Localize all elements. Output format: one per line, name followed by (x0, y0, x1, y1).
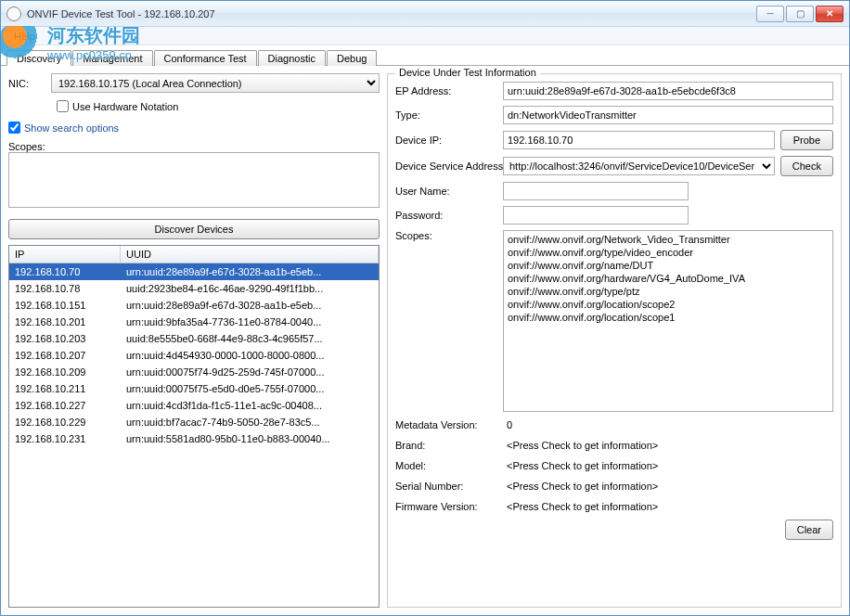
service-addr-select[interactable]: http://localhost:3246/onvif/ServiceDevic… (503, 157, 775, 175)
password-field[interactable] (503, 206, 689, 225)
scopes-label-right: Scopes: (395, 230, 497, 241)
cell-uuid: urn:uuid:9bfa35a4-7736-11e0-8784-0040... (121, 314, 379, 330)
metadata-label: Metadata Version: (395, 419, 497, 430)
tab-conformance[interactable]: Conformance Test (154, 50, 257, 66)
device-table: IP UUID 192.168.10.70urn:uuid:28e89a9f-e… (8, 245, 380, 608)
clear-button[interactable]: Clear (785, 520, 833, 540)
col-uuid[interactable]: UUID (121, 246, 379, 263)
cell-ip: 192.168.10.78 (9, 280, 121, 297)
table-row[interactable]: 192.168.10.209urn:uuid:00075f74-9d25-259… (9, 364, 379, 380)
table-row[interactable]: 192.168.10.229urn:uuid:bf7acac7-74b9-505… (9, 414, 379, 430)
device-info-fieldset: Device Under Test Information EP Address… (387, 73, 842, 608)
cell-ip: 192.168.10.151 (9, 297, 121, 314)
close-button[interactable]: ✕ (816, 6, 844, 22)
cell-uuid: urn:uuid:28e89a9f-e67d-3028-aa1b-e5eb... (121, 297, 379, 314)
cell-ip: 192.168.10.203 (9, 330, 121, 347)
device-info-panel: Device Under Test Information EP Address… (387, 73, 842, 608)
use-hardware-label: Use Hardware Notation (72, 101, 178, 112)
cell-uuid: uuid:8e555be0-668f-44e9-88c3-4c965f57... (121, 330, 379, 347)
cell-ip: 192.168.10.201 (9, 314, 121, 330)
discover-devices-button[interactable]: Discover Devices (8, 219, 380, 239)
tab-debug[interactable]: Debug (327, 50, 377, 66)
table-row[interactable]: 192.168.10.207urn:uuid:4d454930-0000-100… (9, 347, 379, 364)
cell-uuid: urn:uuid:00075f75-e5d0-d0e5-755f-07000..… (121, 380, 379, 397)
table-row[interactable]: 192.168.10.78uuid:2923be84-e16c-46ae-929… (9, 280, 379, 297)
tab-strip: Discovery Management Conformance Test Di… (1, 47, 849, 66)
cell-ip: 192.168.10.227 (9, 397, 121, 414)
username-field[interactable] (503, 182, 689, 200)
titlebar: ONVIF Device Test Tool - 192.168.10.207 … (1, 1, 849, 27)
cell-uuid: urn:uuid:4cd3f1da-f1c5-11e1-ac9c-00408..… (121, 397, 379, 414)
brand-value: <Press Check to get information> (503, 438, 833, 453)
metadata-value: 0 (503, 417, 833, 432)
ep-label: EP Address: (395, 85, 497, 96)
table-row[interactable]: 192.168.10.227urn:uuid:4cd3f1da-f1c5-11e… (9, 397, 379, 414)
tab-discovery[interactable]: Discovery (6, 50, 71, 66)
cell-ip: 192.168.10.211 (9, 380, 121, 397)
col-ip[interactable]: IP (9, 246, 121, 263)
cell-uuid: urn:uuid:28e89a9f-e67d-3028-aa1b-e5eb... (121, 263, 379, 280)
table-row[interactable]: 192.168.10.231urn:uuid:5581ad80-95b0-11e… (9, 430, 379, 447)
cell-ip: 192.168.10.207 (9, 347, 121, 364)
scopes-display[interactable]: onvif://www.onvif.org/Network_Video_Tran… (503, 230, 833, 412)
table-row[interactable]: 192.168.10.70urn:uuid:28e89a9f-e67d-3028… (9, 263, 379, 280)
discovery-panel: NIC: 192.168.10.175 (Local Area Connecti… (8, 73, 380, 608)
firmware-value: <Press Check to get information> (503, 499, 833, 514)
app-icon (6, 6, 21, 21)
nic-select[interactable]: 192.168.10.175 (Local Area Connection) (51, 73, 380, 93)
cell-ip: 192.168.10.70 (9, 263, 121, 280)
menubar: Help (1, 27, 849, 45)
device-info-legend: Device Under Test Information (395, 67, 540, 78)
cell-uuid: urn:uuid:4d454930-0000-1000-8000-0800... (121, 347, 379, 364)
cell-ip: 192.168.10.229 (9, 414, 121, 430)
device-ip-label: Device IP: (395, 135, 497, 146)
cell-uuid: urn:uuid:00075f74-9d25-259d-745f-07000..… (121, 364, 379, 380)
show-search-checkbox[interactable] (8, 122, 20, 134)
brand-label: Brand: (395, 440, 497, 451)
cell-uuid: urn:uuid:bf7acac7-74b9-5050-28e7-83c5... (121, 414, 379, 430)
window-title: ONVIF Device Test Tool - 192.168.10.207 (27, 8, 215, 19)
cell-ip: 192.168.10.209 (9, 364, 121, 380)
tab-diagnostic[interactable]: Diagnostic (258, 50, 326, 66)
table-header: IP UUID (9, 246, 379, 263)
firmware-label: Firmware Version: (395, 501, 497, 512)
table-row[interactable]: 192.168.10.211urn:uuid:00075f75-e5d0-d0e… (9, 380, 379, 397)
maximize-button[interactable]: ▢ (786, 6, 814, 22)
table-row[interactable]: 192.168.10.203uuid:8e555be0-668f-44e9-88… (9, 330, 379, 347)
password-label: Password: (395, 210, 497, 221)
tab-management[interactable]: Management (72, 50, 152, 66)
model-label: Model: (395, 460, 497, 471)
probe-button[interactable]: Probe (780, 130, 833, 150)
type-field[interactable] (503, 106, 833, 124)
table-body[interactable]: 192.168.10.70urn:uuid:28e89a9f-e67d-3028… (9, 263, 379, 607)
table-row[interactable]: 192.168.10.201urn:uuid:9bfa35a4-7736-11e… (9, 314, 379, 330)
check-button[interactable]: Check (780, 156, 833, 176)
cell-ip: 192.168.10.231 (9, 430, 121, 447)
scopes-label-left: Scopes: (8, 141, 45, 152)
cell-uuid: uuid:2923be84-e16c-46ae-9290-49f1f1bb... (121, 280, 379, 297)
nic-label: NIC: (8, 78, 45, 89)
cell-uuid: urn:uuid:5581ad80-95b0-11e0-b883-00040..… (121, 430, 379, 447)
type-label: Type: (395, 109, 497, 121)
model-value: <Press Check to get information> (503, 458, 833, 473)
scopes-input-left[interactable] (8, 152, 380, 208)
service-addr-label: Device Service Address: (395, 160, 497, 172)
use-hardware-checkbox[interactable] (57, 100, 69, 112)
minimize-button[interactable]: ─ (756, 6, 784, 22)
show-search-label: Show search options (24, 122, 119, 134)
menu-help[interactable]: Help (6, 29, 43, 44)
serial-value: <Press Check to get information> (503, 479, 833, 494)
table-row[interactable]: 192.168.10.151urn:uuid:28e89a9f-e67d-302… (9, 297, 379, 314)
serial-label: Serial Number: (395, 481, 497, 492)
username-label: User Name: (395, 186, 497, 197)
ep-field[interactable] (503, 82, 833, 100)
app-window: ONVIF Device Test Tool - 192.168.10.207 … (0, 0, 850, 616)
device-ip-field[interactable] (503, 131, 775, 149)
content-area: NIC: 192.168.10.175 (Local Area Connecti… (1, 66, 849, 615)
